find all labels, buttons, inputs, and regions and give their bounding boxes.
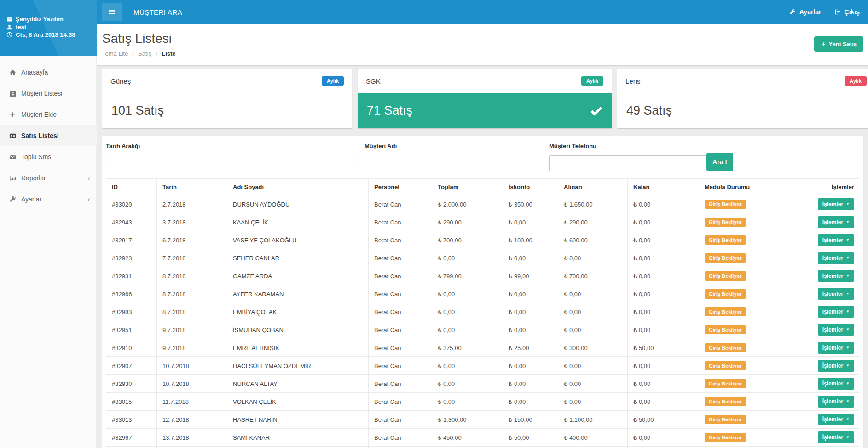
date-range-input[interactable] (106, 153, 359, 168)
sidebar-item-toplu-sms[interactable]: Toplu Sms (0, 146, 97, 167)
sidebar-item-satis-listesi[interactable]: Satış Listesi (0, 125, 97, 146)
row-actions-button[interactable]: İşlemler ▼ (818, 216, 854, 228)
settings-link[interactable]: Ayarlar (789, 8, 822, 16)
cell-discount: ₺ 0,00 (503, 213, 558, 231)
cell-actions: İşlemler ▼ (789, 357, 860, 375)
cell-staff: Berat Can (369, 231, 432, 249)
cell-date: 12.7.2018 (157, 411, 227, 429)
cell-remaining: ₺ 0,00 (628, 249, 699, 267)
table-row: #32917 6.7.2018 VASFİYE ÇOLAKOĞLU Berat … (106, 231, 860, 249)
cell-remaining: ₺ 0,00 (628, 393, 699, 411)
cell-name: EMBİYA ÇOLAK (227, 303, 369, 321)
cell-medula: Giriş Bekliyor (699, 429, 789, 447)
cell-total: ₺ 375,00 (432, 339, 503, 357)
medula-status-badge: Giriş Bekliyor (705, 397, 746, 406)
row-actions-button[interactable]: İşlemler ▼ (818, 252, 854, 264)
row-actions-button[interactable]: İşlemler ▼ (818, 198, 854, 210)
cell-medula: Giriş Bekliyor (699, 339, 789, 357)
sidebar-item-ayarlar[interactable]: Ayarlar ‹ (0, 189, 97, 210)
breadcrumb-root[interactable]: Tema Lite (102, 50, 128, 57)
sidebar-item-musteri-ekle[interactable]: Müşteri Ekle (0, 104, 97, 125)
row-actions-button[interactable]: İşlemler ▼ (818, 360, 854, 372)
cell-date: 8.7.2018 (157, 285, 227, 303)
cell-total: ₺ 2.000,00 (432, 195, 503, 213)
cell-date: 3.7.2018 (157, 213, 227, 231)
cell-discount: ₺ 0,00 (503, 303, 558, 321)
search-button[interactable]: Ara ! (706, 153, 733, 171)
caret-down-icon: ▼ (846, 202, 850, 206)
cell-actions: İşlemler ▼ (789, 231, 860, 249)
cell-total: ₺ 0,00 (432, 375, 503, 393)
cell-staff: Berat Can (369, 393, 432, 411)
cell-paid: ₺ 600,00 (558, 231, 628, 249)
cell-total: ₺ 0,00 (432, 249, 503, 267)
brand-company-line: Şenyıldız Yazılım (6, 15, 92, 23)
cell-name: İSMUHAN ÇOBAN (227, 321, 369, 339)
cell-total: ₺ 0,00 (432, 285, 503, 303)
check-icon (590, 106, 602, 115)
envelope-icon (9, 154, 16, 161)
sidebar-item-musteri-listesi[interactable]: Müşteri Listesi (0, 83, 97, 104)
brand-company: Şenyıldız Yazılım (16, 15, 64, 23)
card-title: Lens (625, 77, 641, 85)
customer-phone-input[interactable] (549, 155, 706, 171)
logout-link[interactable]: Çıkış (834, 8, 860, 16)
cell-staff: Berat Can (369, 285, 432, 303)
row-actions-button[interactable]: İşlemler ▼ (818, 270, 854, 282)
table-row: #33020 2.7.2018 DURSUN AYDOĞDU Berat Can… (106, 195, 860, 213)
cell-actions: İşlemler ▼ (789, 267, 860, 285)
cell-medula: Giriş Bekliyor (699, 285, 789, 303)
row-actions-button[interactable]: İşlemler ▼ (818, 431, 854, 443)
card-sgk[interactable]: SGK Aylık 71 Satış (358, 69, 612, 128)
row-actions-button[interactable]: İşlemler ▼ (818, 306, 854, 318)
topbar-links: Ayarlar Çıkış (789, 8, 860, 16)
cell-medula: Giriş Bekliyor (699, 411, 789, 429)
row-actions-button[interactable]: İşlemler ▼ (818, 288, 854, 300)
cell-remaining: ₺ 0,00 (628, 267, 699, 285)
wrench-icon (789, 9, 796, 15)
filter-customer-phone: Müşteri Telefonu Ara ! (549, 141, 733, 171)
cell-paid: ₺ 400,00 (558, 429, 628, 447)
sidebar: Şenyıldız Yazılım test Cts, 8 Ara 2018 1… (0, 0, 97, 448)
cell-name: VOLKAN ÇELİK (227, 393, 369, 411)
row-actions-button[interactable]: İşlemler ▼ (818, 414, 854, 425)
card-lens[interactable]: Lens Aylık 49 Satış (617, 69, 868, 128)
cell-paid: ₺ 0,00 (558, 303, 628, 321)
topbar-title: MÜŞTERİ ARA (133, 8, 182, 16)
cell-discount: ₺ 0,00 (503, 285, 558, 303)
cell-total: ₺ 799,00 (432, 267, 503, 285)
row-actions-button[interactable]: İşlemler ▼ (818, 342, 854, 354)
cell-id: #32923 (106, 249, 157, 267)
cell-id: #32930 (106, 375, 157, 393)
medula-status-badge: Giriş Bekliyor (705, 289, 746, 299)
table-row: #32907 10.7.2018 HACI SÜLEYMAN ÖZDEMİR B… (106, 357, 860, 375)
card-gunes[interactable]: Güneş Aylık 101 Satış (102, 69, 352, 128)
cell-id: #32910 (106, 339, 157, 357)
card-value: 101 Satış (111, 103, 164, 118)
row-actions-button[interactable]: İşlemler ▼ (818, 234, 854, 246)
cell-total: ₺ 0,00 (432, 393, 503, 411)
medula-status-badge: Giriş Bekliyor (705, 415, 746, 424)
customer-name-input[interactable] (365, 153, 544, 168)
plus-icon (9, 111, 16, 118)
row-actions-button[interactable]: İşlemler ▼ (818, 378, 854, 390)
cell-actions: İşlemler ▼ (789, 195, 860, 213)
caret-down-icon: ▼ (846, 310, 850, 314)
sidebar-item-anasayfa[interactable]: Anasayfa (0, 62, 97, 83)
new-sale-button[interactable]: Yeni Satış (814, 36, 863, 52)
breadcrumb-separator: / (156, 50, 158, 57)
table-row: #32923 7.7.2018 SEHER CANLAR Berat Can ₺… (106, 249, 860, 267)
cell-actions: İşlemler ▼ (789, 375, 860, 393)
medula-status-badge: Giriş Bekliyor (705, 235, 746, 245)
cell-remaining: ₺ 50,00 (628, 411, 699, 429)
sidebar-item-raporlar[interactable]: Raporlar ‹ (0, 167, 97, 189)
sidebar-toggle-button[interactable] (102, 3, 122, 21)
filter-date-range: Tarih Aralığı (106, 141, 359, 168)
table-row: #32951 9.7.2018 İSMUHAN ÇOBAN Berat Can … (106, 321, 860, 339)
cell-staff: Berat Can (369, 375, 432, 393)
breadcrumb-section[interactable]: Satış (138, 50, 152, 57)
column-header-medula: Medula Durumu (699, 179, 789, 195)
cell-paid: ₺ 0,00 (558, 285, 628, 303)
row-actions-button[interactable]: İşlemler ▼ (818, 324, 854, 336)
row-actions-button[interactable]: İşlemler ▼ (818, 396, 854, 408)
